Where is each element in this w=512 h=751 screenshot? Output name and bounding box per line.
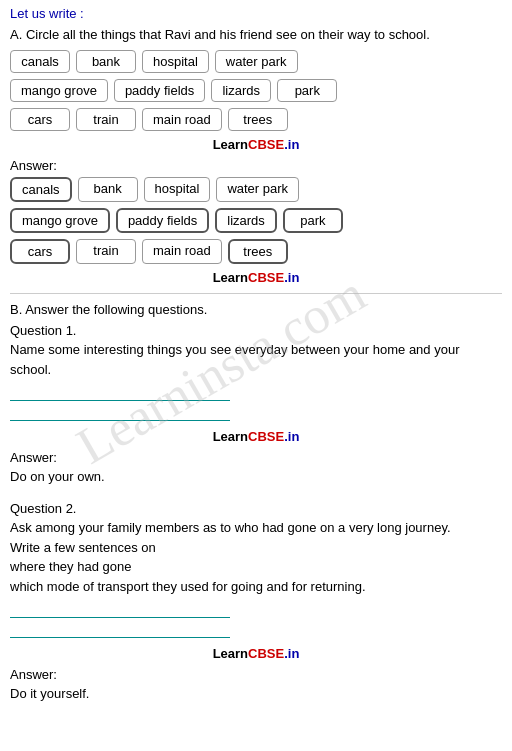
answer-line-2a	[10, 602, 230, 618]
answer-grid-row2: mango grove paddy fields lizards park	[10, 208, 502, 233]
cbse-text-4: CBSE	[248, 646, 284, 661]
divider-1	[10, 293, 502, 294]
answer-grid-row3: cars train main road trees	[10, 239, 502, 264]
word-hospital: hospital	[142, 50, 209, 73]
word-train: train	[76, 108, 136, 131]
cbse-text-1: CBSE	[248, 137, 284, 152]
word-bank: bank	[76, 50, 136, 73]
question-1-num: Question 1.	[10, 323, 502, 338]
q1-answer-text: Do on your own.	[10, 469, 502, 484]
dot-in-text-2: .in	[284, 270, 299, 285]
answer-hospital: hospital	[144, 177, 211, 202]
answer-mango-grove: mango grove	[10, 208, 110, 233]
word-trees: trees	[228, 108, 288, 131]
learn-cbse-badge-4: LearnCBSE.in	[10, 646, 502, 661]
word-grid-row2: mango grove paddy fields lizards park	[10, 79, 502, 102]
word-water-park: water park	[215, 50, 298, 73]
dot-in-text-4: .in	[284, 646, 299, 661]
q2-answer-text: Do it yourself.	[10, 686, 502, 701]
learn-cbse-badge-3: LearnCBSE.in	[10, 429, 502, 444]
answer-line-1a	[10, 385, 230, 401]
word-canals: canals	[10, 50, 70, 73]
question-1-text: Name some interesting things you see eve…	[10, 340, 502, 379]
question-2-block: Question 2. Ask among your family member…	[10, 501, 502, 638]
word-paddy-fields: paddy fields	[114, 79, 205, 102]
answer-cars: cars	[10, 239, 70, 264]
answer-lizards: lizards	[215, 208, 277, 233]
section-b-title: B. Answer the following questions.	[10, 302, 502, 317]
question-1-block: Question 1. Name some interesting things…	[10, 323, 502, 421]
question-2-text: Ask among your family members as to who …	[10, 518, 502, 596]
learn-cbse-badge-1: LearnCBSE.in	[10, 137, 502, 152]
learn-text-2: Learn	[213, 270, 248, 285]
answer-line-2b	[10, 622, 230, 638]
answer-trees: trees	[228, 239, 288, 264]
answer-main-road: main road	[142, 239, 222, 264]
answer-grid-row1: canals bank hospital water park	[10, 177, 502, 202]
answer-park: park	[283, 208, 343, 233]
word-grid-row1: canals bank hospital water park	[10, 50, 502, 73]
word-lizards: lizards	[211, 79, 271, 102]
let-us-write-label: Let us write :	[10, 6, 502, 21]
learn-text-4: Learn	[213, 646, 248, 661]
q2-answer-label: Answer:	[10, 667, 502, 682]
dot-in-text-1: .in	[284, 137, 299, 152]
section-a-title: A. Circle all the things that Ravi and h…	[10, 27, 502, 42]
word-cars: cars	[10, 108, 70, 131]
dot-in-text-3: .in	[284, 429, 299, 444]
answer-bank: bank	[78, 177, 138, 202]
answer-paddy-fields: paddy fields	[116, 208, 209, 233]
learn-text-3: Learn	[213, 429, 248, 444]
word-mango-grove: mango grove	[10, 79, 108, 102]
section-a-answer-label: Answer:	[10, 158, 502, 173]
q1-answer-label: Answer:	[10, 450, 502, 465]
answer-canals: canals	[10, 177, 72, 202]
learn-text-1: Learn	[213, 137, 248, 152]
learn-cbse-badge-2: LearnCBSE.in	[10, 270, 502, 285]
cbse-text-3: CBSE	[248, 429, 284, 444]
answer-train: train	[76, 239, 136, 264]
cbse-text-2: CBSE	[248, 270, 284, 285]
word-grid-row3: cars train main road trees	[10, 108, 502, 131]
word-park: park	[277, 79, 337, 102]
question-2-num: Question 2.	[10, 501, 502, 516]
answer-water-park: water park	[216, 177, 299, 202]
word-main-road: main road	[142, 108, 222, 131]
answer-line-1b	[10, 405, 230, 421]
